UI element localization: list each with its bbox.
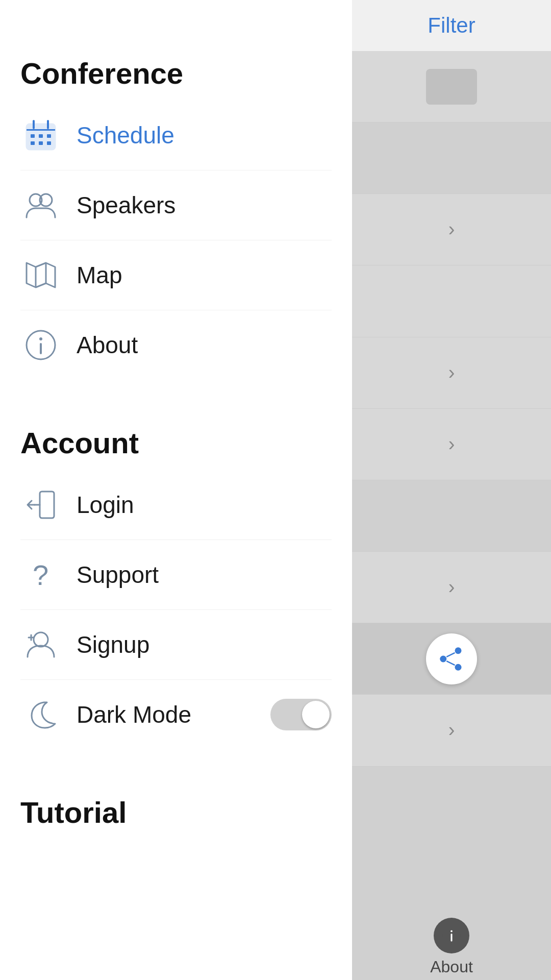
- sidebar-item-about[interactable]: About: [20, 310, 332, 380]
- right-row-6[interactable]: ›: [352, 409, 551, 480]
- login-label: Login: [77, 491, 134, 519]
- svg-rect-18: [40, 492, 54, 518]
- right-panel-rows: › › › ›: [352, 51, 551, 980]
- svg-rect-8: [39, 141, 43, 145]
- right-row-8[interactable]: ›: [352, 552, 551, 623]
- sidebar-item-login[interactable]: Login: [20, 470, 332, 540]
- question-icon: ?: [20, 554, 61, 595]
- sidebar-item-speakers[interactable]: Speakers: [20, 170, 332, 240]
- chevron-right-icon-1: ›: [448, 218, 455, 240]
- svg-line-28: [446, 661, 455, 665]
- filter-label: Filter: [428, 13, 475, 38]
- sidebar-item-support[interactable]: ? Support: [20, 540, 332, 610]
- share-button[interactable]: [426, 633, 477, 684]
- speakers-label: Speakers: [77, 191, 176, 219]
- tutorial-title: Tutorial: [20, 795, 332, 829]
- right-row-share: [352, 623, 551, 695]
- sidebar-item-schedule[interactable]: Schedule: [20, 101, 332, 170]
- moon-icon: [20, 694, 61, 735]
- speakers-icon: [20, 185, 61, 226]
- right-row-7: [352, 480, 551, 552]
- right-row-4: [352, 265, 551, 337]
- map-icon: [20, 255, 61, 296]
- chevron-right-icon-2: ›: [448, 362, 455, 384]
- account-section: Account Login ? Support: [20, 426, 332, 749]
- filter-header[interactable]: Filter: [352, 0, 551, 51]
- conference-title: Conference: [20, 56, 332, 90]
- account-title: Account: [20, 426, 332, 460]
- svg-rect-4: [31, 134, 35, 138]
- schedule-label: Schedule: [77, 121, 174, 149]
- dark-mode-label: Dark Mode: [77, 701, 191, 728]
- toggle-knob: [302, 701, 330, 728]
- about-badge-label: About: [430, 958, 473, 976]
- sidebar-item-signup[interactable]: Signup: [20, 610, 332, 680]
- svg-point-21: [34, 632, 48, 647]
- about-badge[interactable]: About: [352, 914, 551, 980]
- svg-rect-5: [39, 134, 43, 138]
- about-badge-icon: [434, 918, 469, 953]
- right-row-3[interactable]: ›: [352, 194, 551, 265]
- conference-section: Conference Schedule: [20, 56, 332, 380]
- info-circle-icon: [20, 325, 61, 365]
- share-icon: [438, 646, 465, 672]
- map-label: Map: [77, 261, 122, 289]
- svg-rect-7: [31, 141, 35, 145]
- svg-rect-6: [47, 134, 51, 138]
- dark-mode-toggle-container: [270, 699, 332, 730]
- svg-point-16: [39, 337, 42, 340]
- support-label: Support: [77, 561, 159, 589]
- sidebar-item-map[interactable]: Map: [20, 240, 332, 310]
- svg-marker-12: [27, 263, 55, 287]
- calendar-icon: [20, 115, 61, 156]
- sidebar-item-dark-mode[interactable]: Dark Mode: [20, 680, 332, 749]
- login-icon: [20, 484, 61, 525]
- signup-label: Signup: [77, 631, 149, 658]
- right-row-5[interactable]: ›: [352, 337, 551, 409]
- svg-point-24: [455, 647, 462, 654]
- chevron-right-icon-3: ›: [448, 433, 455, 455]
- svg-rect-1: [27, 129, 55, 131]
- right-row-1: [352, 51, 551, 122]
- svg-point-26: [455, 664, 462, 671]
- svg-text:?: ?: [33, 559, 48, 591]
- dark-mode-toggle[interactable]: [270, 699, 332, 730]
- chevron-right-icon-4: ›: [448, 576, 455, 598]
- svg-rect-9: [47, 141, 51, 145]
- about-info-icon: [441, 925, 462, 946]
- svg-point-25: [440, 655, 446, 662]
- tutorial-section: Tutorial: [20, 795, 332, 829]
- svg-line-27: [446, 653, 455, 657]
- right-panel: Filter › › › ›: [352, 0, 551, 980]
- chevron-right-icon-5: ›: [448, 719, 455, 741]
- svg-point-30: [450, 930, 453, 932]
- about-label: About: [77, 331, 138, 359]
- right-row-10[interactable]: ›: [352, 695, 551, 766]
- right-row-rect-1: [426, 69, 477, 105]
- add-person-icon: [20, 624, 61, 665]
- main-panel: Conference Schedule: [0, 0, 352, 980]
- right-row-2: [352, 122, 551, 194]
